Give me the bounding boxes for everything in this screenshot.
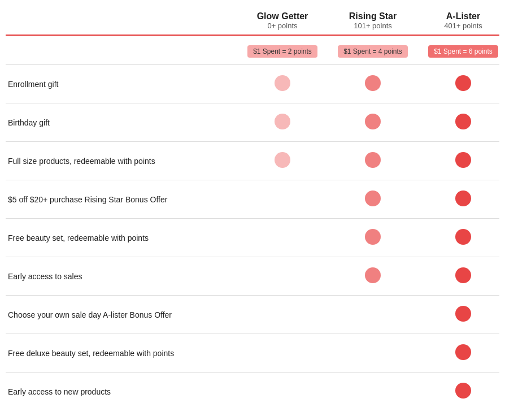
dot-cell [328, 75, 418, 93]
tier-header-a-lister: A-Lister 401+ points [418, 11, 505, 30]
feature-row: Early access to sales [6, 257, 499, 295]
tier-points-glow-getter: 0+ points [237, 21, 328, 30]
feature-label: $5 off $20+ purchase Rising Star Bonus O… [6, 195, 237, 204]
tier-header-glow-getter: Glow Getter 0+ points [237, 11, 328, 30]
dot-indicator [275, 152, 290, 168]
feature-row: Choose your own sale day A-lister Bonus … [6, 295, 499, 334]
feature-row: Early access to new products [6, 372, 499, 410]
dot-indicator [455, 383, 471, 399]
tier-header-rising-star: Rising Star 101+ points [328, 11, 418, 30]
dot-indicator [455, 190, 471, 206]
points-badge-rising-star: $1 Spent = 4 points [328, 45, 418, 58]
dot-indicator [365, 152, 381, 168]
feature-label: Early access to sales [6, 272, 237, 281]
dot-indicator [365, 229, 381, 245]
points-badge-label-glow-getter: $1 Spent = 2 points [247, 45, 317, 58]
points-badge-a-lister: $1 Spent = 6 points [418, 45, 505, 58]
dot-indicator [455, 229, 471, 245]
dot-cell [328, 114, 418, 131]
dot-cell [418, 75, 505, 93]
dot-indicator [365, 190, 381, 206]
tier-header-row: Glow Getter 0+ points Rising Star 101+ p… [6, 11, 499, 34]
dot-indicator [365, 267, 381, 283]
dot-indicator [275, 75, 290, 91]
dot-cell [328, 229, 418, 246]
tier-name-a-lister: A-Lister [418, 11, 505, 21]
dot-cell [418, 344, 505, 362]
loyalty-comparison-table: Glow Getter 0+ points Rising Star 101+ p… [0, 0, 505, 420]
dot-cell [328, 152, 418, 170]
feature-label: Free deluxe beauty set, redeemable with … [6, 349, 237, 358]
features-container: Enrollment giftBirthday giftFull size pr… [6, 64, 499, 410]
dot-indicator [455, 75, 471, 91]
dot-cell [418, 306, 505, 323]
feature-label: Full size products, redeemable with poin… [6, 157, 237, 166]
feature-row: Free beauty set, redeemable with points [6, 218, 499, 257]
dot-cell [418, 383, 505, 400]
feature-label: Free beauty set, redeemable with points [6, 233, 237, 243]
feature-label: Birthday gift [6, 118, 237, 127]
dot-cell [418, 229, 505, 246]
tier-points-rising-star: 101+ points [328, 21, 418, 30]
dot-indicator [365, 75, 381, 91]
dot-cell [237, 152, 328, 170]
tier-points-a-lister: 401+ points [418, 21, 505, 30]
feature-label: Choose your own sale day A-lister Bonus … [6, 310, 237, 319]
dot-indicator [275, 114, 290, 129]
points-badge-label-rising-star: $1 Spent = 4 points [338, 45, 408, 58]
dot-cell [328, 267, 418, 285]
tier-name-glow-getter: Glow Getter [237, 11, 328, 21]
dot-indicator [455, 114, 471, 129]
dot-cell [328, 190, 418, 208]
dot-indicator [365, 114, 381, 129]
dot-cell [418, 190, 505, 208]
feature-row: Enrollment gift [6, 64, 499, 103]
points-badge-glow-getter: $1 Spent = 2 points [237, 45, 328, 58]
dot-cell [237, 75, 328, 93]
feature-label: Early access to new products [6, 387, 237, 396]
dot-cell [237, 114, 328, 131]
tier-name-rising-star: Rising Star [328, 11, 418, 21]
points-badge-label-a-lister: $1 Spent = 6 points [428, 45, 498, 58]
dot-cell [418, 114, 505, 131]
points-badges-row: $1 Spent = 2 points $1 Spent = 4 points … [6, 41, 499, 64]
dot-indicator [455, 267, 471, 283]
feature-row: Birthday gift [6, 103, 499, 141]
dot-indicator [455, 152, 471, 168]
feature-row: Full size products, redeemable with poin… [6, 141, 499, 180]
dot-cell [418, 152, 505, 170]
dot-cell [418, 267, 505, 285]
feature-label: Enrollment gift [6, 80, 237, 89]
feature-row: $5 off $20+ purchase Rising Star Bonus O… [6, 180, 499, 218]
dot-indicator [455, 344, 471, 360]
divider-line [6, 34, 499, 36]
feature-row: Free deluxe beauty set, redeemable with … [6, 334, 499, 372]
dot-indicator [455, 306, 471, 322]
